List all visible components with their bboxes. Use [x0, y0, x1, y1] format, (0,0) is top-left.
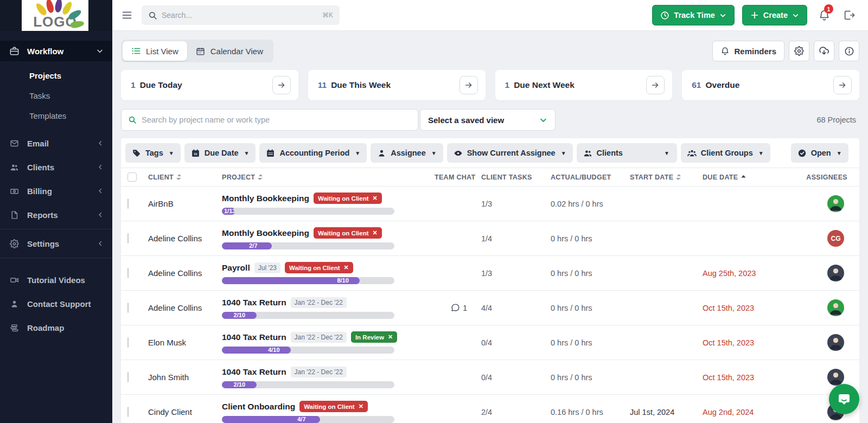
export-download-button[interactable]	[814, 41, 834, 61]
sidebar-item-projects[interactable]: Projects	[0, 66, 112, 86]
row-checkbox[interactable]	[127, 198, 129, 209]
chat-launcher[interactable]	[829, 384, 859, 414]
money-icon	[9, 185, 20, 196]
close-icon[interactable]: ✕	[373, 229, 378, 236]
client-tasks-cell: 1/4	[481, 234, 551, 243]
close-icon[interactable]: ✕	[373, 195, 378, 202]
column-header-client[interactable]: CLIENT	[148, 174, 222, 181]
stat-arrow-button[interactable]	[272, 76, 291, 94]
client-name[interactable]: Cindy Client	[148, 407, 222, 416]
track-time-button[interactable]: Track Time	[652, 5, 735, 25]
client-name[interactable]: Elon Musk	[148, 338, 222, 347]
status-badge[interactable]: Waiting on Client✕	[314, 193, 382, 204]
column-header-start-date[interactable]: START DATE	[630, 174, 703, 181]
global-search-input[interactable]	[162, 11, 318, 20]
table-row: Adeline Collins1040 Tax ReturnJan '22 - …	[121, 291, 859, 325]
cal-icon	[266, 149, 275, 158]
sidebar-item-email[interactable]: Email	[0, 131, 112, 155]
row-checkbox[interactable]	[127, 337, 129, 348]
sidebar-item-billing[interactable]: Billing	[0, 179, 112, 203]
projects-count: 68 Projects	[816, 116, 859, 124]
stat-card-due-next-week: 1Due Next Week	[495, 70, 673, 100]
client-name[interactable]: Adeline Collins	[148, 268, 222, 278]
filter-chip-tags[interactable]: Tags▼	[125, 143, 181, 163]
avatar[interactable]: CG	[827, 230, 844, 247]
close-icon[interactable]: ✕	[388, 334, 393, 341]
saved-view-dropdown[interactable]: Select a saved view	[420, 109, 556, 131]
client-name[interactable]: Adeline Collins	[148, 234, 222, 243]
sidebar-item-templates[interactable]: Templates	[0, 106, 112, 126]
project-title[interactable]: Payroll	[222, 263, 250, 273]
logout-icon[interactable]	[841, 7, 857, 23]
row-checkbox[interactable]	[127, 372, 129, 382]
chat-bubble-icon[interactable]	[451, 303, 460, 312]
status-badge[interactable]: In Review✕	[351, 331, 397, 343]
notifications-bell[interactable]: 1	[815, 6, 833, 24]
sidebar-item-workflow[interactable]: Workflow	[0, 41, 112, 61]
table-settings-button[interactable]	[789, 41, 809, 61]
sidebar-item-contact-support[interactable]: Contact Support	[0, 292, 112, 316]
info-button[interactable]	[839, 41, 859, 61]
filter-chip-show-assignee[interactable]: Show Current Assignee▼	[447, 143, 573, 163]
sidebar-item-roadmap[interactable]: Roadmap	[0, 316, 112, 339]
row-checkbox[interactable]	[127, 233, 129, 243]
project-cell: 1040 Tax ReturnJan '22 - Dec '222/10	[222, 297, 435, 319]
filter-chip-assignee[interactable]: Assignee▼	[371, 143, 443, 163]
column-header-due-date[interactable]: DUE DATE	[703, 174, 784, 181]
users-icon	[9, 162, 20, 172]
sidebar-item-settings[interactable]: Settings	[0, 232, 112, 255]
avatar[interactable]	[827, 369, 844, 386]
filter-chip-clients[interactable]: Clients▼	[577, 143, 677, 163]
sidebar-item-tutorial-videos[interactable]: Tutorial Videos	[0, 268, 112, 292]
filter-chip-due-date[interactable]: 31Due Date▼	[184, 143, 256, 163]
client-tasks-cell: 1/3	[481, 200, 551, 208]
cloud-download-icon	[819, 46, 829, 56]
stat-value: 61	[692, 80, 701, 90]
sidebar-item-reports[interactable]: Reports	[0, 203, 112, 227]
row-checkbox[interactable]	[127, 268, 129, 278]
global-search[interactable]: ⌘K	[142, 5, 340, 25]
sidebar-item-clients[interactable]: Clients	[0, 155, 112, 179]
row-checkbox[interactable]	[127, 303, 129, 313]
status-badge[interactable]: Waiting on Client✕	[299, 401, 368, 412]
project-title[interactable]: 1040 Tax Return	[222, 298, 286, 307]
client-name[interactable]: John Smith	[148, 373, 222, 382]
app-logo[interactable]: LOGO	[22, 0, 88, 31]
row-checkbox[interactable]	[127, 407, 129, 417]
filter-chip-accounting[interactable]: Accounting Period▼	[259, 143, 367, 163]
create-button[interactable]: Create	[742, 5, 807, 25]
tab-list-view[interactable]: List View	[123, 41, 187, 61]
project-search[interactable]	[121, 109, 418, 131]
project-title[interactable]: Monthly Bookkeeping	[222, 228, 309, 238]
avatar[interactable]	[827, 299, 844, 316]
progress-label: 1/13	[224, 208, 235, 215]
avatar[interactable]	[827, 195, 844, 212]
select-all-checkbox[interactable]	[127, 172, 137, 182]
stat-arrow-button[interactable]	[646, 76, 665, 94]
stat-arrow-button[interactable]	[459, 76, 478, 94]
project-title[interactable]: Monthly Bookkeeping	[222, 194, 309, 203]
menu-icon[interactable]	[120, 8, 134, 22]
actual-budget-cell: 0 hrs / 0 hrs	[551, 269, 630, 278]
project-title[interactable]: 1040 Tax Return	[222, 367, 286, 377]
project-cell: Client OnboardingWaiting on Client✕4/7	[222, 401, 435, 423]
filter-chip-open[interactable]: Open▼	[791, 143, 848, 163]
avatar[interactable]	[827, 334, 844, 351]
avatar[interactable]	[827, 265, 844, 281]
reminders-button[interactable]: Reminders	[712, 41, 784, 61]
filter-chip-client-groups[interactable]: Client Groups▼	[681, 143, 770, 163]
status-badge[interactable]: Waiting on Client✕	[314, 227, 382, 239]
close-icon[interactable]: ✕	[359, 403, 363, 410]
project-title[interactable]: Client Onboarding	[222, 402, 295, 412]
client-name[interactable]: Adeline Collins	[148, 303, 222, 312]
project-search-input[interactable]	[142, 116, 411, 124]
status-badge[interactable]: Waiting on Client✕	[285, 262, 353, 273]
tab-calendar-view[interactable]: Calendar View	[187, 41, 272, 61]
stat-label: Due Today	[140, 80, 272, 90]
sidebar-item-tasks[interactable]: Tasks	[0, 86, 112, 106]
column-header-project[interactable]: PROJECT	[222, 174, 435, 181]
project-title[interactable]: 1040 Tax Return	[222, 332, 286, 342]
close-icon[interactable]: ✕	[344, 264, 349, 271]
client-name[interactable]: AirBnB	[148, 199, 222, 208]
stat-arrow-button[interactable]	[833, 76, 852, 94]
